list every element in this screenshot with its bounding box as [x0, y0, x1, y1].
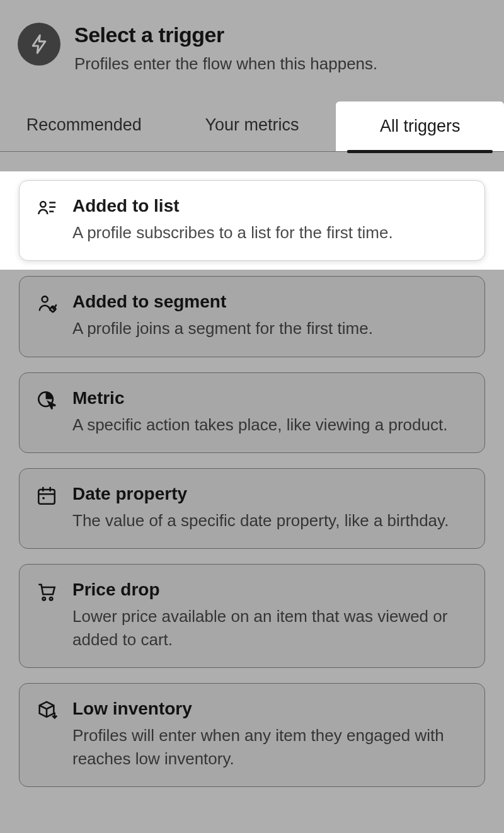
chart-click-icon: [36, 389, 59, 412]
trigger-desc: A profile subscribes to a list for the f…: [72, 221, 393, 244]
modal-header: Select a trigger Profiles enter the flow…: [0, 0, 504, 81]
modal-subtitle: Profiles enter the flow when this happen…: [74, 54, 377, 75]
trigger-added-to-segment[interactable]: Added to segment A profile joins a segme…: [19, 276, 485, 357]
tab-all-triggers-highlight[interactable]: All triggers: [336, 101, 504, 151]
trigger-desc: The value of a specific date property, l…: [72, 509, 449, 532]
tab-recommended[interactable]: Recommended: [0, 101, 168, 151]
tab-your-metrics[interactable]: Your metrics: [168, 101, 336, 151]
svg-point-13: [50, 597, 53, 600]
trigger-title: Added to segment: [72, 292, 373, 312]
trigger-title: Price drop: [72, 580, 468, 600]
trigger-desc: Lower price available on an item that wa…: [72, 605, 468, 651]
svg-point-11: [42, 497, 45, 500]
trigger-desc: A profile joins a segment for the first …: [72, 317, 373, 340]
modal-title: Select a trigger: [74, 23, 377, 47]
trigger-title: Low inventory: [72, 699, 468, 719]
calendar-icon: [36, 485, 59, 508]
svg-point-14: [40, 202, 46, 207]
trigger-title: Date property: [72, 484, 449, 504]
svg-rect-7: [38, 490, 55, 504]
trigger-desc: A specific action takes place, like view…: [72, 413, 447, 436]
tab-active-underline: [347, 150, 493, 153]
svg-point-4: [42, 297, 48, 302]
trigger-price-drop[interactable]: Price drop Lower price available on an i…: [19, 564, 485, 668]
trigger-metric[interactable]: Metric A specific action takes place, li…: [19, 372, 485, 453]
cart-icon: [36, 581, 59, 604]
lightning-icon: [18, 23, 60, 66]
trigger-title: Added to list: [72, 196, 393, 216]
trigger-low-inventory[interactable]: Low inventory Profiles will enter when a…: [19, 683, 485, 787]
user-segment-icon: [36, 293, 59, 316]
box-down-icon: [36, 700, 59, 723]
trigger-date-property[interactable]: Date property The value of a specific da…: [19, 468, 485, 549]
trigger-added-to-list-highlight[interactable]: Added to list A profile subscribes to a …: [19, 180, 485, 261]
user-list-icon: [36, 197, 59, 220]
trigger-desc: Profiles will enter when any item they e…: [72, 724, 468, 770]
trigger-title: Metric: [72, 388, 447, 408]
svg-point-12: [42, 597, 45, 600]
tab-label: All triggers: [380, 117, 461, 136]
